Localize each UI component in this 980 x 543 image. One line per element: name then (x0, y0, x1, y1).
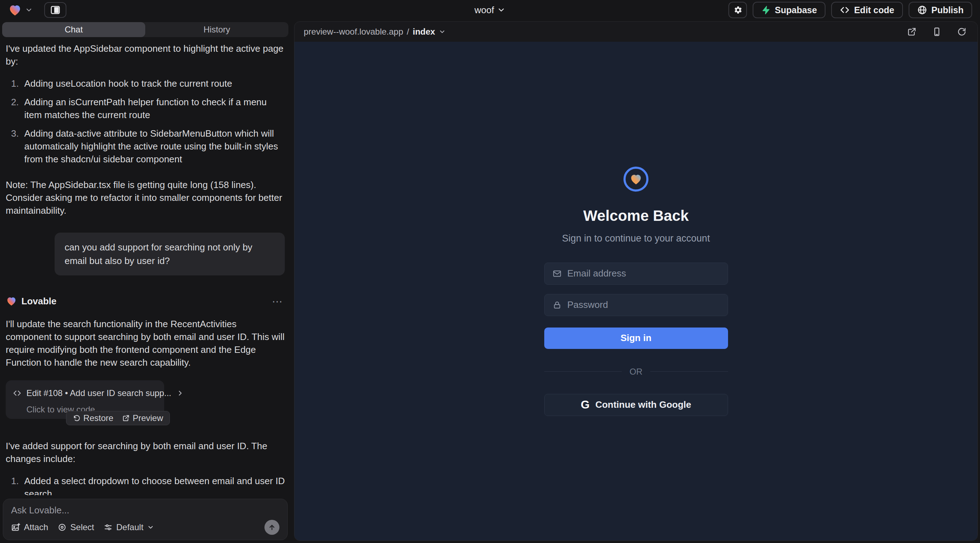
login-card: Welcome Back Sign in to continue to your… (544, 167, 728, 416)
supabase-button[interactable]: Supabase (752, 2, 826, 18)
message-menu-button[interactable]: ⋯ (270, 295, 285, 308)
gear-icon (733, 5, 743, 15)
edit-code-label: Edit code (854, 5, 894, 15)
restore-button[interactable]: Restore (68, 411, 118, 425)
globe-icon (917, 5, 927, 15)
mode-label: Default (116, 522, 143, 532)
refresh-icon (957, 27, 967, 37)
list-item: Added a select dropdown to choose betwee… (21, 475, 285, 495)
panel-left-icon (50, 5, 60, 15)
preview-button[interactable]: Preview (118, 411, 167, 425)
assistant-plan-text: I'll update the search functionality in … (6, 318, 285, 369)
preview-panel: preview--woof.lovable.app / index (294, 21, 978, 541)
url-separator: / (407, 27, 409, 37)
settings-button[interactable] (729, 2, 747, 18)
chevron-down-icon (439, 28, 446, 35)
attach-image-icon (11, 523, 20, 532)
supabase-label: Supabase (775, 5, 817, 15)
chevron-down-icon (147, 524, 154, 531)
select-element-button[interactable]: Select (57, 522, 94, 532)
code-icon (840, 5, 850, 15)
lovable-logo-menu[interactable] (8, 3, 33, 17)
project-name: woof (475, 5, 494, 16)
lovable-heart-icon (8, 3, 22, 17)
project-switcher[interactable]: woof (475, 5, 506, 16)
divider-line (650, 372, 728, 372)
lovable-heart-icon (6, 295, 17, 307)
assistant-change-list: Adding useLocation hook to track the cur… (6, 77, 285, 165)
divider-line (544, 372, 622, 372)
chat-panel: Chat History I've updated the AppSidebar… (0, 20, 291, 543)
email-field (544, 263, 728, 285)
open-in-new-tab-button[interactable] (905, 25, 918, 38)
divider-label: OR (630, 367, 643, 377)
chevron-down-icon (25, 6, 33, 14)
supabase-bolt-icon (761, 5, 770, 14)
code-icon (13, 389, 21, 397)
google-sign-in-button[interactable]: G Continue with Google (544, 394, 728, 416)
assistant-intro-text: I've updated the AppSidebar component to… (6, 42, 285, 68)
list-item: Adding an isCurrentPath helper function … (21, 95, 285, 121)
password-input[interactable] (568, 299, 720, 310)
edit-code-button[interactable]: Edit code (831, 2, 903, 18)
assistant-header: Lovable ⋯ (6, 295, 285, 308)
chat-message-list[interactable]: I've updated the AppSidebar component to… (0, 37, 291, 495)
chevron-down-icon (497, 6, 505, 14)
login-subtitle: Sign in to continue to your account (562, 233, 710, 244)
arrow-up-icon (268, 523, 276, 531)
assistant-summary-list: Added a select dropdown to choose betwee… (6, 475, 285, 495)
assistant-summary-intro: I've added support for searching by both… (6, 440, 285, 465)
refresh-button[interactable] (955, 25, 968, 38)
target-icon (57, 523, 67, 532)
list-item: Adding useLocation hook to track the cur… (21, 77, 285, 90)
preview-label: Preview (133, 413, 163, 423)
publish-label: Publish (931, 5, 964, 15)
restore-icon (73, 414, 81, 422)
topbar: woof Supabase Edit code (0, 0, 980, 20)
attach-label: Attach (24, 522, 48, 532)
user-message-bubble: can you add support for searching not on… (55, 233, 285, 275)
preview-viewport: Welcome Back Sign in to continue to your… (294, 42, 977, 540)
restore-label: Restore (84, 413, 113, 423)
publish-button[interactable]: Publish (908, 2, 972, 18)
sidebar-toggle-button[interactable] (44, 2, 66, 18)
sign-in-button[interactable]: Sign in (544, 327, 728, 349)
assistant-note-text: Note: The AppSidebar.tsx file is getting… (6, 178, 285, 217)
mode-selector[interactable]: Default (103, 522, 154, 532)
preview-header: preview--woof.lovable.app / index (294, 22, 977, 42)
app-logo (624, 167, 649, 192)
list-item: Adding data-active attribute to SidebarM… (21, 127, 285, 165)
preview-page: index (412, 27, 435, 37)
composer: Attach Select Default (3, 499, 288, 540)
edit-card-title: Edit #108 • Add user ID search supp... (26, 387, 171, 400)
lock-icon (552, 300, 562, 310)
mobile-phone-icon (932, 27, 942, 37)
preview-url-bar[interactable]: preview--woof.lovable.app / index (304, 27, 446, 37)
assistant-name: Lovable (21, 295, 56, 308)
select-label: Select (70, 522, 94, 532)
preview-domain: preview--woof.lovable.app (304, 27, 403, 37)
chat-input[interactable] (11, 505, 280, 520)
mail-icon (552, 269, 562, 278)
external-link-icon (907, 27, 917, 37)
tab-chat[interactable]: Chat (2, 22, 145, 37)
attach-button[interactable]: Attach (11, 522, 48, 532)
login-title: Welcome Back (583, 207, 689, 224)
google-button-label: Continue with Google (595, 399, 691, 410)
tab-history[interactable]: History (145, 22, 288, 37)
email-input[interactable] (568, 268, 720, 279)
or-divider: OR (544, 367, 728, 377)
sliders-icon (103, 523, 113, 532)
google-g-icon: G (581, 398, 590, 411)
send-button[interactable] (264, 520, 280, 535)
mobile-view-button[interactable] (931, 25, 943, 38)
chevron-right-icon (176, 389, 184, 397)
edit-card-wrap: Edit #108 • Add user ID search supp... C… (6, 380, 164, 425)
password-field (544, 294, 728, 316)
edit-card-actions: Restore Preview (66, 411, 170, 425)
chat-history-tabs: Chat History (2, 22, 288, 37)
external-link-icon (122, 414, 130, 422)
